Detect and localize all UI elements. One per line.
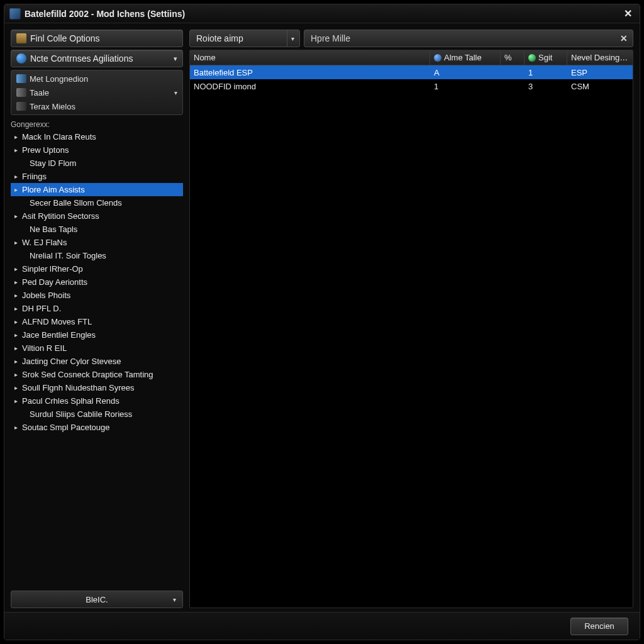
expand-arrow-icon: ▸ <box>14 424 22 431</box>
tree-item[interactable]: ▸Nrelial IT. Soir Togles <box>11 249 183 262</box>
col-name[interactable]: Nome <box>190 50 430 65</box>
tree-item-label: ALFND Moves FTL <box>22 317 92 326</box>
nav-label: Taale <box>30 88 49 97</box>
expand-arrow-icon: ▸ <box>14 292 22 299</box>
tree-panel: Gongerexx: ▸Mack In Clara Reuts▸Prew Upt… <box>11 119 183 584</box>
nav-row-1[interactable]: Taale▾ <box>11 86 182 99</box>
grid-header: Nome Alme Talle % Sgit Nevel Desing… <box>190 50 633 65</box>
dot-blue-icon <box>434 54 441 62</box>
expand-arrow-icon: ▸ <box>14 331 22 338</box>
note-controls-label: Ncte Contrnses Agiliations <box>30 53 133 64</box>
cell-alme: 1 <box>430 82 501 91</box>
tree-item[interactable]: ▸ALFND Moves FTL <box>11 315 183 328</box>
results-grid: Nome Alme Talle % Sgit Nevel Desing… Bat… <box>189 50 633 608</box>
expand-arrow-icon: ▸ <box>14 305 22 312</box>
tree-item-label: Jace Bentliel Engles <box>22 330 96 340</box>
expand-arrow-icon: ▸ <box>14 186 22 193</box>
col-nevel-label: Nevel Desing… <box>571 53 628 62</box>
tree-item[interactable]: ▸Srok Sed Cosneck Draptice Tamting <box>11 368 183 381</box>
tree-item-label: Jobels Phoits <box>22 291 70 300</box>
expand-arrow-icon: ▸ <box>14 318 22 325</box>
cell-nevel: CSM <box>567 82 633 91</box>
tree-item[interactable]: ▸Viltion R EIL <box>11 341 183 355</box>
tree-item-label: DH PFL D. <box>22 304 61 313</box>
mode-combo-label: Roiote aimp <box>196 33 243 43</box>
window-close-button[interactable]: ✕ <box>621 8 635 20</box>
tree-item-label: Sinpler lRher-Op <box>22 264 83 274</box>
table-row[interactable]: NOODFID imond13CSM <box>190 79 633 93</box>
tree-item[interactable]: ▸Jacting Cher Cylor Stevese <box>11 355 183 368</box>
mode-combo[interactable]: Roiote aimp ▾ <box>189 30 300 47</box>
nav-icon <box>16 74 26 83</box>
table-row[interactable]: Battelefield ESPA1ESP <box>190 65 633 79</box>
col-alme[interactable]: Alme Talle <box>430 50 501 65</box>
nav-row-2[interactable]: Terax Mielos <box>11 99 182 113</box>
expand-arrow-icon: ▸ <box>14 213 22 219</box>
tree-item[interactable]: ▸W. EJ FlaNs <box>11 236 183 249</box>
tree-item[interactable]: ▸Pacul Crhles Splhal Rends <box>11 394 183 408</box>
clear-search-button[interactable]: ✕ <box>618 32 630 45</box>
chevron-down-icon: ▾ <box>174 55 177 63</box>
left-footer-dropdown[interactable]: BleIC. ▾ <box>11 591 183 608</box>
find-options-button[interactable]: Finl Colle Options <box>11 30 183 47</box>
expand-arrow-icon: ▸ <box>14 147 22 153</box>
tree-item[interactable]: ▸Mack In Clara Reuts <box>11 130 183 143</box>
nav-label: Terax Mielos <box>30 102 75 111</box>
tree-item[interactable]: ▸Soull Flgnh Niudesthan Syrees <box>11 381 183 394</box>
app-icon <box>9 8 21 19</box>
tree-item[interactable]: ▸Ne Bas Tapls <box>11 223 183 236</box>
tree-item[interactable]: ▸Friings <box>11 170 183 183</box>
expand-arrow-icon: ▸ <box>14 133 22 140</box>
expand-arrow-icon: ▸ <box>14 371 22 378</box>
search-input[interactable]: Hpre Mille ✕ <box>304 30 633 47</box>
tree-item-label: Viltion R EIL <box>22 343 67 353</box>
cell-alme: A <box>430 68 501 77</box>
find-options-label: Finl Colle Options <box>30 33 100 43</box>
tree-item-label: Asit Rytition Sectorss <box>22 211 99 221</box>
tree-item[interactable]: ▸Plore Aim Assists <box>11 183 183 196</box>
tree-item[interactable]: ▸Sinpler lRher-Op <box>11 262 183 275</box>
cell-sgit: 1 <box>525 68 567 77</box>
tree-item[interactable]: ▸Asit Rytition Sectorss <box>11 209 183 223</box>
col-nevel[interactable]: Nevel Desing… <box>567 50 633 65</box>
col-sgit[interactable]: Sgit <box>525 50 567 65</box>
chevron-down-icon: ▾ <box>173 596 176 603</box>
tree-item-label: Ped Day Aeriontts <box>22 277 87 287</box>
body: Finl Colle Options Ncte Contrnses Agilia… <box>4 23 640 612</box>
primary-button[interactable]: Rencien <box>570 618 628 635</box>
cell-name: NOODFID imond <box>190 82 430 91</box>
grid-body: Battelefield ESPA1ESPNOODFID imond13CSM <box>190 65 633 608</box>
cell-name: Battelefield ESP <box>190 68 430 77</box>
expand-arrow-icon: ▸ <box>14 345 22 352</box>
tree-item-label: Friings <box>22 172 47 181</box>
titlebar: Batelefilld 2002 - Mod Ichens (Settiins)… <box>4 4 640 23</box>
tree-item-label: Mack In Clara Reuts <box>22 132 96 142</box>
tree-item[interactable]: ▸Stay lD Flom <box>11 157 183 170</box>
window: Batelefilld 2002 - Mod Ichens (Settiins)… <box>4 4 640 640</box>
nav-row-0[interactable]: Met Longnedion <box>11 72 182 86</box>
tree-item-label: Stay lD Flom <box>30 158 76 168</box>
expand-arrow-icon: ▸ <box>14 265 22 272</box>
tree: ▸Mack In Clara Reuts▸Prew Uptons▸Stay lD… <box>11 130 183 434</box>
tree-item[interactable]: ▸Ped Day Aeriontts <box>11 275 183 289</box>
tree-item[interactable]: ▸Secer Balle Sllom Clends <box>11 196 183 209</box>
tree-item-label: Ne Bas Tapls <box>30 225 77 234</box>
tree-item[interactable]: ▸Jace Bentliel Engles <box>11 328 183 341</box>
nav-icon <box>16 88 26 97</box>
tree-item[interactable]: ▸DH PFL D. <box>11 302 183 315</box>
tree-item-label: Nrelial IT. Soir Togles <box>30 251 106 260</box>
tree-item[interactable]: ▸Surdul Sliips Cablile Roriess <box>11 408 183 421</box>
note-controls-dropdown[interactable]: Ncte Contrnses Agiliations ▾ <box>11 50 183 67</box>
search-placeholder: Hpre Mille <box>311 33 350 43</box>
tree-item[interactable]: ▸Prew Uptons <box>11 143 183 157</box>
tree-item-label: Surdul Sliips Cablile Roriess <box>30 409 132 419</box>
tree-item-label: Jacting Cher Cylor Stevese <box>22 357 121 366</box>
tree-item-label: Prew Uptons <box>22 145 69 155</box>
tree-item[interactable]: ▸Soutac Smpl Pacetouge <box>11 421 183 434</box>
tree-item[interactable]: ▸Jobels Phoits <box>11 289 183 302</box>
tree-item-label: Pacul Crhles Splhal Rends <box>22 396 119 406</box>
col-pct[interactable]: % <box>501 50 525 65</box>
right-panel: Roiote aimp ▾ Hpre Mille ✕ Nome Alme Tal… <box>189 30 633 608</box>
expand-arrow-icon: ▸ <box>14 397 22 404</box>
cell-sgit: 3 <box>525 82 567 91</box>
